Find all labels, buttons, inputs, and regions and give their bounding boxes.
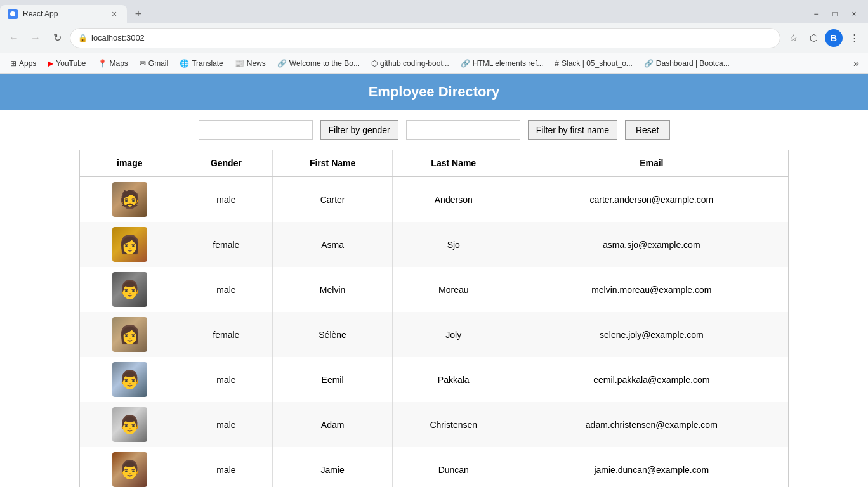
page-content: Employee Directory Filter by gender Filt… bbox=[0, 74, 868, 487]
tab-close-btn[interactable]: × bbox=[109, 9, 119, 19]
address-bar: ← → ↻ 🔒 localhost:3002 ☆ ⬡ B ⋮ bbox=[0, 23, 868, 53]
col-last-name: Last Name bbox=[392, 150, 515, 177]
dash-icon: 🔗 bbox=[644, 59, 654, 68]
table-row: 👩 female Asma Sjo asma.sjo@example.com bbox=[80, 222, 789, 267]
bookmark-apps[interactable]: ⊞ Apps bbox=[5, 57, 41, 70]
bookmarks-bar: ⊞ Apps ▶ YouTube 📍 Maps ✉ Gmail 🌐 Transl… bbox=[0, 53, 868, 74]
employee-table-container: image Gender First Name Last Name Email … bbox=[69, 150, 799, 487]
bookmark-maps[interactable]: 📍 Maps bbox=[93, 57, 133, 70]
gender-filter-input[interactable] bbox=[199, 120, 313, 140]
more-bookmarks-btn[interactable]: » bbox=[850, 56, 863, 71]
svg-point-0 bbox=[10, 11, 15, 16]
cell-image: 👩 bbox=[80, 312, 180, 357]
cell-image: 👩 bbox=[80, 222, 180, 267]
cell-image: 🧔 bbox=[80, 176, 180, 222]
bookmark-label: github coding-boot... bbox=[380, 59, 449, 68]
bookmark-label: News bbox=[247, 59, 266, 68]
cell-email: adam.christensen@example.com bbox=[515, 402, 788, 447]
bookmark-news[interactable]: 📰 News bbox=[230, 57, 271, 70]
minimize-btn[interactable]: − bbox=[807, 5, 825, 23]
bookmark-label: YouTube bbox=[56, 59, 86, 68]
cell-last-name: Duncan bbox=[392, 447, 515, 487]
bookmark-welcome[interactable]: 🔗 Welcome to the Bo... bbox=[272, 57, 365, 70]
gmail-icon: ✉ bbox=[140, 59, 146, 68]
cell-email: melvin.moreau@example.com bbox=[515, 267, 788, 312]
bookmark-label: Apps bbox=[19, 59, 36, 68]
bookmark-translate[interactable]: 🌐 Translate bbox=[174, 57, 228, 70]
cell-gender: female bbox=[180, 222, 273, 267]
url-bar[interactable]: 🔒 localhost:3002 bbox=[70, 28, 780, 48]
table-row: 👩 female Sélène Joly selene.joly@example… bbox=[80, 312, 789, 357]
bookmark-youtube[interactable]: ▶ YouTube bbox=[43, 57, 91, 70]
reload-btn[interactable]: ↻ bbox=[48, 29, 66, 47]
cell-first-name: Jamie bbox=[273, 447, 393, 487]
cell-first-name: Eemil bbox=[273, 357, 393, 402]
more-btn[interactable]: ⋮ bbox=[845, 29, 863, 47]
cell-gender: male bbox=[180, 176, 273, 222]
bookmark-dashboard[interactable]: 🔗 Dashboard | Bootca... bbox=[639, 57, 735, 70]
employee-table: image Gender First Name Last Name Email … bbox=[79, 150, 789, 487]
apps-icon: ⊞ bbox=[10, 59, 16, 68]
col-image: image bbox=[80, 150, 180, 177]
tab-title: React App bbox=[23, 10, 104, 18]
maps-icon: 📍 bbox=[98, 59, 107, 68]
new-tab-btn[interactable]: + bbox=[129, 5, 147, 23]
cell-email: asma.sjo@example.com bbox=[515, 222, 788, 267]
cell-last-name: Christensen bbox=[392, 402, 515, 447]
bookmark-label: Dashboard | Bootca... bbox=[656, 59, 730, 68]
cell-last-name: Anderson bbox=[392, 176, 515, 222]
back-btn[interactable]: ← bbox=[5, 29, 23, 47]
cell-last-name: Sjo bbox=[392, 222, 515, 267]
name-filter-input[interactable] bbox=[406, 120, 520, 140]
table-row: 👨 male Adam Christensen adam.christensen… bbox=[80, 402, 789, 447]
bookmark-html[interactable]: 🔗 HTML elements ref... bbox=[456, 57, 549, 70]
cell-last-name: Pakkala bbox=[392, 357, 515, 402]
bookmark-label: Gmail bbox=[148, 59, 168, 68]
news-icon: 📰 bbox=[235, 59, 244, 68]
cell-first-name: Sélène bbox=[273, 312, 393, 357]
profile-btn[interactable]: B bbox=[825, 29, 843, 47]
name-filter-btn[interactable]: Filter by first name bbox=[528, 120, 617, 140]
avatar: 👨 bbox=[112, 272, 147, 307]
forward-btn[interactable]: → bbox=[27, 29, 44, 47]
extension-btn[interactable]: ⬡ bbox=[805, 29, 822, 47]
cell-email: jamie.duncan@example.com bbox=[515, 447, 788, 487]
cell-email: carter.anderson@example.com bbox=[515, 176, 788, 222]
bookmark-label: Maps bbox=[110, 59, 128, 68]
lock-icon: 🔒 bbox=[78, 34, 88, 42]
col-first-name: First Name bbox=[273, 150, 393, 177]
browser-window: React App × + − □ × ← → ↻ 🔒 localhost:30… bbox=[0, 0, 868, 487]
tab-bar: React App × + − □ × bbox=[0, 0, 868, 23]
bookmark-github[interactable]: ⬡ github coding-boot... bbox=[366, 57, 454, 70]
bookmark-label: HTML elements ref... bbox=[473, 59, 544, 68]
bookmark-label: Welcome to the Bo... bbox=[289, 59, 360, 68]
bookmark-slack[interactable]: # Slack | 05_shout_o... bbox=[549, 57, 638, 70]
bookmark-label: Translate bbox=[192, 59, 223, 68]
close-btn[interactable]: × bbox=[845, 5, 863, 23]
avatar: 👨 bbox=[112, 407, 147, 442]
avatar: 👩 bbox=[112, 227, 147, 262]
cell-gender: male bbox=[180, 447, 273, 487]
maximize-btn[interactable]: □ bbox=[826, 5, 844, 23]
cell-first-name: Melvin bbox=[273, 267, 393, 312]
cell-gender: male bbox=[180, 402, 273, 447]
active-tab[interactable]: React App × bbox=[0, 5, 127, 23]
cell-image: 👨 bbox=[80, 357, 180, 402]
cell-first-name: Carter bbox=[273, 176, 393, 222]
cell-gender: male bbox=[180, 267, 273, 312]
html-icon: 🔗 bbox=[461, 59, 470, 68]
col-gender: Gender bbox=[180, 150, 273, 177]
bookmark-label: Slack | 05_shout_o... bbox=[562, 59, 633, 68]
translate-icon: 🌐 bbox=[180, 59, 189, 68]
filter-bar: Filter by gender Filter by first name Re… bbox=[0, 110, 868, 150]
cell-gender: male bbox=[180, 357, 273, 402]
cell-first-name: Asma bbox=[273, 222, 393, 267]
gender-filter-btn[interactable]: Filter by gender bbox=[320, 120, 398, 140]
github-icon: ⬡ bbox=[371, 59, 378, 68]
reset-btn[interactable]: Reset bbox=[625, 120, 670, 140]
avatar: 👨 bbox=[112, 452, 147, 487]
table-row: 🧔 male Carter Anderson carter.anderson@e… bbox=[80, 176, 789, 222]
table-row: 👨 male Melvin Moreau melvin.moreau@examp… bbox=[80, 267, 789, 312]
star-btn[interactable]: ☆ bbox=[784, 29, 802, 47]
bookmark-gmail[interactable]: ✉ Gmail bbox=[135, 57, 173, 70]
